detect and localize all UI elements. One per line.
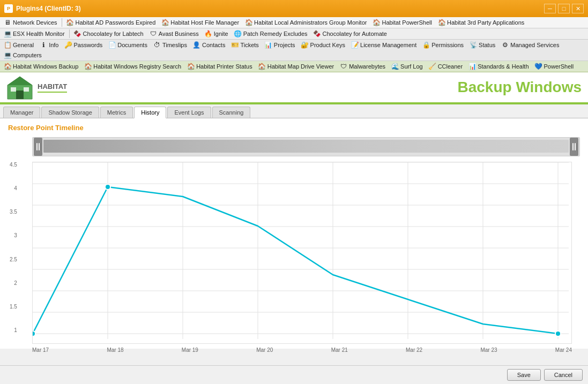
save-button[interactable]: Save xyxy=(507,369,541,381)
menu-tickets[interactable]: 🎫 Tickets xyxy=(228,40,261,50)
menu-habitat-host[interactable]: 🏠 Habitat Host File Manager xyxy=(159,18,242,27)
habitat-logo: HABITAT xyxy=(6,76,67,100)
tab-event-logs[interactable]: Event Logs xyxy=(167,107,211,118)
menu-projects-label: Projects xyxy=(274,42,295,48)
ignite-icon: 🔥 xyxy=(205,30,212,37)
menu-permissions[interactable]: 🔒 Permissions xyxy=(420,40,466,50)
cancel-button[interactable]: Cancel xyxy=(544,369,583,381)
menu-ignite-label: Ignite xyxy=(214,31,228,37)
menubar-2: 💻 ESX Health Monitor 🍫 Chocolatey for La… xyxy=(0,28,588,40)
x-label-mar17: Mar 17 xyxy=(32,347,49,353)
info-icon: ℹ xyxy=(40,41,47,49)
data-point-mar24[interactable] xyxy=(555,331,561,336)
menu-ccleaner[interactable]: 🧹 CCleaner xyxy=(426,62,465,71)
x-label-mar19: Mar 19 xyxy=(182,347,198,353)
malwarebytes-icon: 🛡 xyxy=(340,63,347,70)
menu-habitat-local-admin[interactable]: 🏠 Habitat Local Administrators Group Mon… xyxy=(242,18,369,27)
tab-bar: Manager Shadow Storage Metrics History E… xyxy=(0,104,588,118)
x-label-mar21: Mar 21 xyxy=(331,347,348,353)
menu-network-devices[interactable]: 🖥 Network Devices xyxy=(1,18,60,27)
menu-managed-services[interactable]: ⚙ Managed Services xyxy=(498,40,562,50)
tab-metrics[interactable]: Metrics xyxy=(100,107,133,118)
overview-right-handle[interactable] xyxy=(570,138,578,156)
y-label-2-5: 2.5 xyxy=(10,257,17,262)
powershell-icon: 💙 xyxy=(535,63,542,70)
timeslips-icon: ⏱ xyxy=(153,41,161,49)
menubar-3: 📋 General ℹ Info 🔑 Passwords 📄 Documents… xyxy=(0,40,588,61)
menu-passwords-label: Passwords xyxy=(74,42,103,48)
menu-standards-label: Standards & Health xyxy=(478,63,529,70)
menu-habitat-registry[interactable]: 🏠 Habitat Windows Registry Search xyxy=(81,62,184,71)
menu-chocolatey-auto[interactable]: 🍫 Chocolatey for Automate xyxy=(311,29,390,39)
menu-computers-label: Computers xyxy=(13,52,42,58)
menu-habitat-ad-passwords[interactable]: 🏠 Habitat AD Passwords Expired xyxy=(64,18,159,27)
tab-shadow-storage[interactable]: Shadow Storage xyxy=(41,107,99,118)
menu-habitat-map-drive[interactable]: 🏠 Habitat Map Drive Viewer xyxy=(256,62,337,71)
menubar-1: 🖥 Network Devices 🏠 Habitat AD Passwords… xyxy=(0,17,588,28)
menu-ignite[interactable]: 🔥 Ignite xyxy=(202,29,231,39)
menu-habitat-windows-backup[interactable]: 🏠 Habitat Windows Backup xyxy=(1,62,81,71)
menu-status[interactable]: 📡 Status xyxy=(467,40,498,50)
overview-fill xyxy=(43,140,569,153)
status-icon: 📡 xyxy=(470,41,477,49)
menu-standards-health[interactable]: 📊 Standards & Health xyxy=(466,62,531,71)
title-bar: P Plugins4 (ClientID: 3) ─ □ ✕ xyxy=(0,0,588,17)
x-label-mar23: Mar 23 xyxy=(480,347,497,353)
x-label-mar24: Mar 24 xyxy=(555,347,572,353)
menu-product-keys[interactable]: 🔐 Product Keys xyxy=(299,40,348,50)
menu-documents[interactable]: 📄 Documents xyxy=(106,40,150,50)
menu-habitat-printer[interactable]: 🏠 Habitat Printer Status xyxy=(184,62,255,71)
menu-chocolatey-lab[interactable]: 🍫 Chocolatey for Labtech xyxy=(71,29,146,39)
menu-license-label: License Management xyxy=(360,42,416,48)
menu-habitat-powershell[interactable]: 🏠 Habitat PowerShell xyxy=(370,18,435,27)
menu-timeslips[interactable]: ⏱ Timeslips xyxy=(151,40,190,50)
menu-avast[interactable]: 🛡 Avast Business xyxy=(147,29,202,39)
close-button[interactable]: ✕ xyxy=(572,4,584,13)
contacts-icon: 👤 xyxy=(193,41,200,49)
tickets-icon: 🎫 xyxy=(231,41,239,49)
data-point-mar18[interactable] xyxy=(105,184,110,190)
x-label-mar20: Mar 20 xyxy=(256,347,273,353)
habitat-ad-icon: 🏠 xyxy=(66,19,74,26)
menu-malwarebytes-label: Malwarebytes xyxy=(349,63,385,70)
menu-info[interactable]: ℹ Info xyxy=(37,40,61,50)
menu-chocolatey-lab-label: Chocolatey for Labtech xyxy=(83,31,144,37)
handle-line xyxy=(575,143,576,150)
menu-product-keys-label: Product Keys xyxy=(310,42,345,48)
minimize-button[interactable]: ─ xyxy=(544,4,556,13)
menu-license[interactable]: 📝 License Management xyxy=(348,40,419,50)
menu-esx-label: ESX Health Monitor xyxy=(13,31,65,37)
tab-history[interactable]: History xyxy=(134,107,166,118)
menu-habitat-3rdparty[interactable]: 🏠 Habitat 3rd Party Applications xyxy=(435,18,527,27)
menu-malwarebytes[interactable]: 🛡 Malwarebytes xyxy=(337,62,388,71)
menu-computers[interactable]: 💻 Computers xyxy=(1,50,44,60)
product-keys-icon: 🔐 xyxy=(301,41,309,49)
y-label-1-5: 1.5 xyxy=(10,304,17,310)
tab-scanning[interactable]: Scanning xyxy=(212,107,251,118)
menu-esx[interactable]: 💻 ESX Health Monitor xyxy=(1,29,68,39)
tab-manager[interactable]: Manager xyxy=(3,107,40,118)
habitat-title-text: HABITAT xyxy=(38,82,67,93)
menu-passwords[interactable]: 🔑 Passwords xyxy=(62,40,106,50)
hw-printer-icon: 🏠 xyxy=(187,63,195,70)
menu-powershell[interactable]: 💙 PowerShell xyxy=(532,62,577,71)
menu-patch-remedy[interactable]: 🌐 Patch Remedy Excludes xyxy=(232,29,310,39)
chart-overview[interactable] xyxy=(32,137,580,156)
restore-point-title: Restore Point Timeline xyxy=(8,124,580,132)
menu-timeslips-label: Timeslips xyxy=(162,42,187,48)
overview-left-handle[interactable] xyxy=(34,138,42,156)
menu-hw-backup-label: Habitat Windows Backup xyxy=(13,63,78,70)
habitat-house-graphic xyxy=(6,76,33,100)
menu-general[interactable]: 📋 General xyxy=(1,40,36,50)
y-axis: 4.5 4 3.5 3 2.5 2 1.5 1 xyxy=(10,162,17,333)
menu-avast-label: Avast Business xyxy=(159,31,199,37)
permissions-icon: 🔒 xyxy=(422,41,430,49)
data-point-mar17[interactable] xyxy=(32,331,35,336)
maximize-button[interactable]: □ xyxy=(558,4,570,13)
y-label-1: 1 xyxy=(14,327,17,333)
general-icon: 📋 xyxy=(4,41,11,49)
menu-projects[interactable]: 📊 Projects xyxy=(262,40,298,50)
menu-surf-log[interactable]: 🌊 Surf Log xyxy=(389,62,426,71)
menu-contacts[interactable]: 👤 Contacts xyxy=(190,40,228,50)
app-title: Plugins4 (ClientID: 3) xyxy=(16,5,81,12)
